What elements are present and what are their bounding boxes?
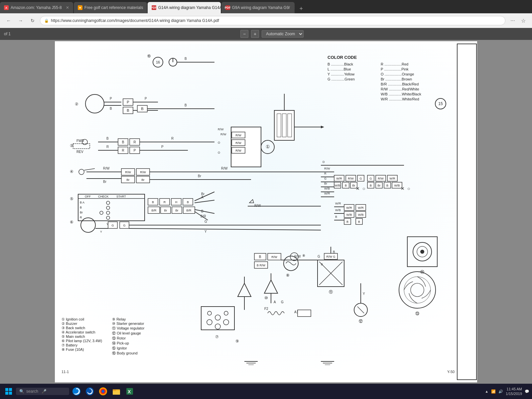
- new-tab-button[interactable]: +: [297, 4, 306, 13]
- svg-text:Br: Br: [164, 209, 167, 212]
- svg-text:⑯: ⑯: [147, 54, 151, 58]
- svg-text:B: B: [110, 107, 112, 110]
- taskbar-firefox-icon[interactable]: [97, 385, 109, 397]
- tab-favicon-golf: ★: [78, 5, 82, 10]
- svg-text:R: R: [106, 145, 109, 149]
- svg-text:R: R: [133, 140, 136, 144]
- svg-text:R/W: R/W: [235, 149, 241, 152]
- notification-button[interactable]: 💬: [525, 389, 529, 394]
- tab-close-amazon[interactable]: ✕: [64, 5, 69, 10]
- svg-text:✕: ✕: [401, 186, 405, 191]
- svg-text:B: B: [370, 184, 372, 187]
- taskbar-explorer-icon[interactable]: [110, 385, 122, 397]
- more-button[interactable]: ···: [508, 16, 517, 25]
- svg-text:G: G: [359, 177, 362, 180]
- tab-g9a[interactable]: PDF G9A wiring diagram Yamaha G9/ ✕: [221, 2, 295, 13]
- svg-text:R .................Red: R .................Red: [381, 62, 408, 66]
- svg-text:⑦: ⑦: [215, 334, 219, 339]
- svg-text:W/R .............White/Red: W/R .............White/Red: [381, 97, 419, 101]
- svg-text:P .................Pink: P .................Pink: [381, 67, 409, 71]
- svg-text:R: R: [164, 200, 166, 204]
- taskbar-edge2-icon[interactable]: [84, 385, 96, 397]
- svg-text:W/R: W/R: [335, 202, 341, 205]
- tab-favicon-g9a: PDF: [225, 5, 230, 10]
- svg-text:B: B: [201, 209, 203, 213]
- tray-network[interactable]: 📶: [491, 389, 496, 394]
- svg-text:B/R ..............Black/Red: B/R ..............Black/Red: [381, 82, 419, 86]
- svg-text:A: A: [274, 300, 276, 304]
- zoom-in-button[interactable]: +: [251, 30, 259, 38]
- svg-point-272: [420, 250, 424, 254]
- legend-item-15: ⑮ Ignitor: [112, 346, 144, 351]
- svg-text:R: R: [80, 216, 82, 219]
- svg-text:G: G: [324, 177, 327, 180]
- svg-text:16: 16: [156, 60, 160, 64]
- taskbar-right: ▲ 📶 🔊 11:45 AM 1/15/2019 💬: [485, 387, 529, 396]
- svg-text:START: START: [116, 195, 126, 198]
- svg-text:Br: Br: [198, 174, 201, 178]
- legend-item-13: ⑬ Rotor: [112, 336, 144, 341]
- svg-text:P: P: [161, 145, 164, 149]
- svg-text:B: B: [80, 206, 82, 209]
- tab-close-g9a[interactable]: ✕: [292, 5, 295, 10]
- tab-title-amazon: Amazon.com: Yamaha J55-8: [11, 5, 62, 10]
- svg-text:Y: Y: [363, 292, 365, 296]
- bookmark-button[interactable]: ☆: [519, 16, 528, 25]
- svg-rect-2: [457, 44, 476, 380]
- clock[interactable]: 11:45 AM 1/15/2019: [506, 387, 522, 396]
- svg-rect-292: [5, 392, 8, 395]
- legend-container: ① Ignition coil ② Buzzer ③ Back switch ④…: [62, 317, 144, 356]
- zoom-select[interactable]: Automatic Zoom Actual Size Page Fit 50% …: [262, 30, 304, 38]
- tray-icon-up[interactable]: ▲: [485, 389, 488, 393]
- svg-text:P: P: [134, 149, 136, 152]
- svg-text:B/R: B/R: [200, 214, 206, 218]
- legend-col-1: ① Ignition coil ② Buzzer ③ Back switch ④…: [62, 317, 102, 356]
- svg-text:Br: Br: [103, 180, 107, 184]
- clock-date: 1/15/2019: [506, 391, 522, 396]
- svg-text:⑥: ⑥: [70, 220, 73, 224]
- start-button[interactable]: [3, 385, 15, 397]
- svg-text:R/W: R/W: [324, 167, 330, 170]
- svg-text:O: O: [218, 141, 220, 144]
- zoom-out-button[interactable]: −: [240, 30, 248, 38]
- forward-button[interactable]: →: [16, 16, 25, 25]
- pdf-content: G14-A WIRING DIAGRAM WIRING COLOR CODE B…: [0, 40, 532, 384]
- svg-text:⑭: ⑭: [420, 270, 424, 274]
- svg-text:G: G: [369, 177, 372, 180]
- search-placeholder: search: [26, 389, 38, 394]
- svg-text:○: ○: [362, 186, 365, 191]
- svg-text:B: B: [187, 200, 189, 204]
- svg-text:R/W: R/W: [220, 133, 226, 136]
- svg-rect-291: [9, 388, 12, 391]
- svg-text:⑪: ⑪: [329, 290, 333, 294]
- svg-text:R/W: R/W: [221, 167, 228, 170]
- back-button[interactable]: ←: [4, 16, 13, 25]
- address-input[interactable]: 🔒 https://www.cunninghamgolfcar.com/Imag…: [40, 16, 505, 25]
- svg-text:O .................Orange: O .................Orange: [381, 72, 414, 76]
- taskbar-excel-icon[interactable]: X: [124, 385, 136, 397]
- svg-text:Y: Y: [204, 230, 207, 233]
- legend-item-7: ⑦ Battery: [62, 343, 102, 347]
- svg-text:R/W G: R/W G: [327, 255, 335, 258]
- svg-text:W/B .............White/Black: W/B .............White/Black: [381, 92, 421, 96]
- tab-close-golf[interactable]: ✕: [145, 5, 147, 10]
- taskbar-search[interactable]: 🔍 search 🎤: [16, 388, 69, 395]
- taskbar-edge-icon[interactable]: [70, 385, 82, 397]
- svg-text:R/W: R/W: [254, 204, 261, 207]
- svg-text:Br: Br: [80, 211, 83, 214]
- legend-item-12: ⑫ Oil level gauge: [112, 331, 144, 336]
- svg-text:15: 15: [438, 101, 443, 106]
- svg-text:B: B: [321, 263, 323, 266]
- svg-rect-151: [277, 114, 281, 137]
- svg-text:G .............Green: G .............Green: [328, 77, 355, 81]
- svg-text:B/R: B/R: [151, 209, 157, 212]
- tray-volume[interactable]: 🔊: [498, 389, 503, 394]
- tab-g14a[interactable]: PDF G14A wiring diagram Yamaha G14A ✕: [148, 2, 221, 13]
- svg-text:F2: F2: [264, 307, 268, 311]
- svg-point-298: [102, 390, 104, 393]
- svg-text:③: ③: [70, 143, 73, 148]
- refresh-button[interactable]: ↻: [28, 16, 37, 25]
- tab-golf-cart[interactable]: ★ Free golf cart reference materials ✕: [74, 2, 147, 13]
- legend-item-5: ⑤ Main switch: [62, 334, 102, 339]
- tab-amazon[interactable]: A Amazon.com: Yamaha J55-8 ✕: [0, 2, 73, 13]
